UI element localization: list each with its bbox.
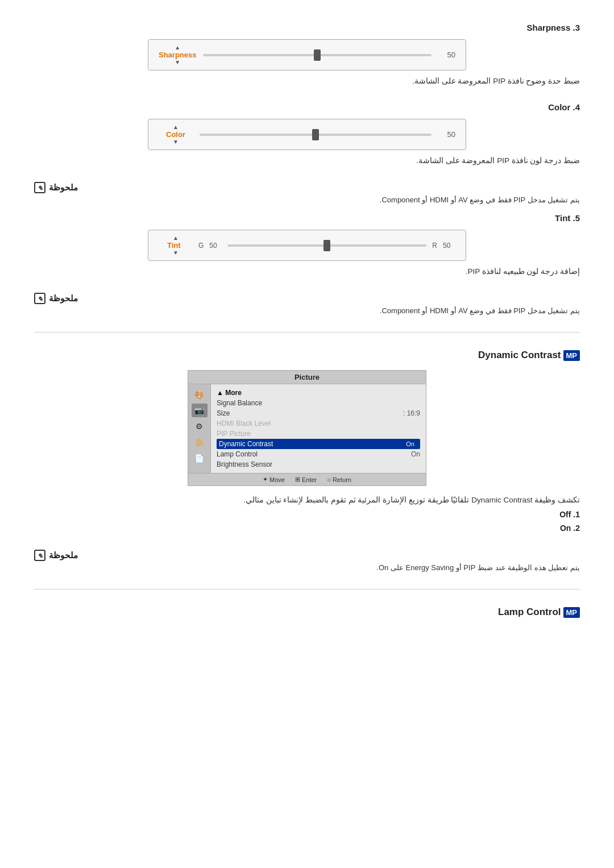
note3-title: ملحوظة ✎ — [34, 550, 580, 561]
color-value: 50 — [438, 130, 455, 139]
tint-label: Tint — [167, 241, 184, 250]
sharpness-value: 50 — [438, 51, 455, 59]
osd-item-signal-balance[interactable]: Signal Balance — [217, 398, 420, 408]
tint-arrow-up[interactable]: ▲ — [173, 235, 179, 241]
note1-box: ملحوظة ✎ يتم تشغيل مدخل PIP فقط في وضع A… — [34, 182, 580, 204]
osd-item-hdmi-black[interactable]: HDMI Black Level — [217, 418, 420, 429]
dc-option1: Off .1 — [34, 510, 580, 519]
osd-item-lamp-control-label: Lamp Control — [217, 450, 258, 458]
osd-footer-enter: ⊞ Enter — [295, 476, 317, 483]
note2-content: يتم تشغيل مدخل PIP فقط في وضع AV أو HDMI… — [34, 306, 580, 315]
tint-thumb — [323, 240, 330, 251]
tint-r-value: 50 — [443, 242, 455, 250]
note1-title: ملحوظة ✎ — [34, 182, 580, 193]
osd-footer: ✦ Move ⊞ Enter ○ Return — [188, 473, 426, 485]
color-heading: Color .4 — [34, 102, 580, 112]
osd-item-pip-picture-label: PIP Picture — [217, 430, 251, 438]
color-section: Color .4 ▲ Color ▼ 50 ضبط درجة لون نافذة… — [34, 102, 580, 165]
osd-item-pip-picture[interactable]: PIP Picture — [217, 429, 420, 439]
osd-item-size-value: : 16:9 — [403, 409, 420, 417]
osd-body: 🎨 📷 ⚙ 🔆 📄 ▲ More Signal Balance Size : 1… — [188, 384, 426, 473]
tint-slider-box: ▲ Tint ▼ G 50 R 50 — [148, 230, 466, 261]
sharpness-track-container[interactable] — [203, 54, 432, 56]
osd-item-brightness-sensor[interactable]: Brightness Sensor — [217, 459, 420, 470]
osd-move-icon: ✦ — [263, 476, 268, 483]
osd-icon-camera[interactable]: 📷 — [192, 404, 208, 417]
osd-icon-picture[interactable]: 🎨 — [192, 388, 208, 401]
osd-icon-settings[interactable]: ⚙ — [192, 420, 208, 433]
osd-icon-brightness[interactable]: 🔆 — [192, 435, 208, 449]
osd-footer-return: ○ Return — [327, 476, 351, 483]
color-desc: ضبط درجة لون نافذة PIP المعروضة على الشا… — [34, 156, 580, 165]
tint-track-container[interactable] — [227, 244, 426, 247]
osd-item-dynamic-contrast-value: On — [403, 440, 418, 448]
color-slider-box: ▲ Color ▼ 50 — [148, 119, 466, 150]
osd-icons-col: 🎨 📷 ⚙ 🔆 📄 — [188, 384, 211, 473]
tint-section: Tint .5 ▲ Tint ▼ G 50 R 50 إضافة درجة لو… — [34, 213, 580, 276]
osd-item-lamp-control-value: On — [411, 450, 420, 458]
osd-item-more[interactable]: ▲ More — [217, 388, 420, 398]
sharpness-section: Sharpness .3 ▲ Sharpness ▼ 50 ضبط حدة وض… — [34, 23, 580, 85]
color-label: Color — [166, 130, 185, 139]
dynamic-contrast-section: Dynamic Contrast MP Picture 🎨 📷 ⚙ 🔆 📄 ▲ … — [34, 350, 580, 533]
tint-r-label: R — [432, 242, 437, 250]
dynamic-contrast-desc: تكشف وظيفة Dynamic Contrast تلقائيًا طري… — [34, 495, 580, 504]
sharpness-arrow-up[interactable]: ▲ — [175, 44, 180, 51]
note2-title: ملحوظة ✎ — [34, 293, 580, 304]
sharpness-thumb — [314, 49, 321, 61]
note1-content: يتم تشغيل مدخل PIP فقط في وضع AV أو HDMI… — [34, 196, 580, 204]
color-arrow-up[interactable]: ▲ — [173, 124, 179, 130]
color-label-col: ▲ Color ▼ — [159, 124, 193, 145]
sharpness-slider-box: ▲ Sharpness ▼ 50 — [148, 39, 466, 70]
sharpness-desc: ضبط حدة وضوح نافذة PIP المعروضة على الشا… — [34, 76, 580, 85]
osd-enter-label: Enter — [302, 476, 317, 483]
dynamic-contrast-banner: Dynamic Contrast MP — [34, 350, 580, 361]
note1-icon: ✎ — [34, 182, 45, 193]
tint-heading: Tint .5 — [34, 213, 580, 223]
osd-menu: Picture 🎨 📷 ⚙ 🔆 📄 ▲ More Signal Balance … — [188, 370, 426, 486]
tint-label-col: ▲ Tint ▼ — [159, 235, 193, 256]
osd-item-size-label: Size — [217, 409, 230, 417]
color-track-container[interactable] — [200, 134, 432, 136]
sharpness-heading: Sharpness .3 — [34, 23, 580, 32]
color-thumb — [312, 129, 319, 140]
osd-menu-col: ▲ More Signal Balance Size : 16:9 HDMI B… — [211, 384, 426, 473]
color-arrow-down[interactable]: ▼ — [173, 139, 179, 145]
lamp-control-banner: Lamp Control MP — [34, 607, 580, 618]
note3-box: ملحوظة ✎ يتم تعطيل هذه الوظيفة عند ضبط P… — [34, 550, 580, 572]
osd-item-lamp-control[interactable]: Lamp Control On — [217, 449, 420, 459]
lamp-control-section: Lamp Control MP — [34, 607, 580, 618]
osd-item-hdmi-black-label: HDMI Black Level — [217, 420, 271, 427]
osd-item-signal-balance-label: Signal Balance — [217, 399, 262, 407]
tint-desc: إضافة درجة لون طبيعيه لنافذة PIP. — [34, 267, 580, 276]
sharpness-label: Sharpness — [159, 51, 196, 59]
osd-enter-icon: ⊞ — [295, 476, 300, 483]
tint-arrow-down[interactable]: ▼ — [173, 250, 179, 256]
note2-box: ملحوظة ✎ يتم تشغيل مدخل PIP فقط في وضع A… — [34, 293, 580, 315]
sharpness-label-col: ▲ Sharpness ▼ — [159, 44, 196, 65]
lamp-control-mp-badge: MP — [563, 607, 580, 618]
sharpness-track — [203, 54, 432, 56]
dc-option2: On .2 — [34, 524, 580, 533]
note3-icon: ✎ — [34, 550, 45, 561]
osd-item-more-label: ▲ More — [217, 389, 242, 397]
osd-item-dynamic-contrast[interactable]: Dynamic Contrast On — [217, 439, 420, 449]
note3-content: يتم تعطيل هذه الوظيفة عند ضبط PIP أو Ene… — [34, 563, 580, 572]
sharpness-arrow-down[interactable]: ▼ — [175, 59, 180, 65]
tint-track — [227, 244, 426, 247]
tint-g-label: G — [198, 242, 204, 250]
osd-footer-move: ✦ Move — [263, 476, 285, 483]
osd-return-label: Return — [333, 476, 351, 483]
note2-icon: ✎ — [34, 293, 45, 304]
osd-item-dynamic-contrast-label: Dynamic Contrast — [219, 440, 273, 448]
osd-move-label: Move — [269, 476, 285, 483]
osd-icon-doc[interactable]: 📄 — [192, 451, 208, 465]
tint-g-value: 50 — [209, 242, 222, 250]
osd-title: Picture — [188, 371, 426, 384]
color-track — [200, 134, 432, 136]
divider-2 — [34, 589, 580, 589]
dynamic-contrast-mp-badge: MP — [563, 350, 580, 361]
osd-return-icon: ○ — [327, 476, 331, 483]
osd-item-brightness-sensor-label: Brightness Sensor — [217, 460, 272, 468]
osd-item-size[interactable]: Size : 16:9 — [217, 408, 420, 418]
